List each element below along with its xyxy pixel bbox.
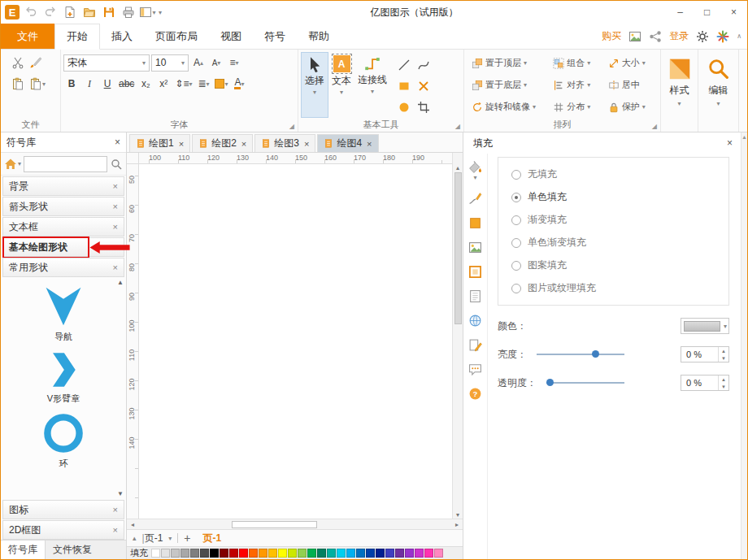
library-section-icons[interactable]: 图标×: [2, 500, 124, 519]
fill-option-none[interactable]: 无填充: [511, 167, 715, 181]
page-list-item[interactable]: |页-1: [142, 532, 163, 545]
drawing-canvas[interactable]: [139, 164, 452, 519]
palette-swatch[interactable]: [356, 549, 365, 558]
menu-tab-page-layout[interactable]: 页面布局: [144, 24, 209, 49]
align-button[interactable]: 对齐▾: [548, 74, 602, 96]
line-tool-button[interactable]: [394, 54, 414, 76]
palette-swatch[interactable]: [200, 549, 209, 558]
palette-swatch[interactable]: [259, 549, 267, 558]
minimize-button[interactable]: –: [667, 1, 694, 24]
shapes-scrollbar[interactable]: ▲ ▼: [115, 279, 125, 497]
scroll-up-icon[interactable]: ▲: [117, 279, 124, 286]
library-section-common-shapes[interactable]: 常用形状×: [2, 258, 124, 277]
scroll-left-icon[interactable]: ◂: [127, 521, 138, 528]
palette-swatch[interactable]: [405, 549, 414, 558]
maximize-button[interactable]: □: [694, 1, 720, 24]
spin-up-icon[interactable]: ▲: [719, 376, 728, 383]
library-section-basic-drawing-shapes[interactable]: 基本绘图形状×: [2, 237, 124, 257]
grow-font-icon[interactable]: A▴: [190, 54, 207, 72]
menu-tab-file[interactable]: 文件: [1, 24, 54, 49]
active-page-tab[interactable]: 页-1: [197, 532, 228, 545]
doc-tab-drawing2[interactable]: 绘图2×: [192, 134, 253, 152]
shape-item-chevron[interactable]: V形臂章: [42, 349, 85, 405]
palette-swatch[interactable]: [317, 549, 326, 558]
font-size-select[interactable]: 10▾: [151, 54, 189, 72]
close-icon[interactable]: ×: [113, 202, 118, 211]
pages-collapse-icon[interactable]: ▴: [133, 534, 137, 542]
collapse-ribbon-icon[interactable]: ∧: [737, 33, 741, 40]
palette-swatch[interactable]: [366, 549, 375, 558]
menu-tab-insert[interactable]: 插入: [100, 24, 144, 49]
distribute-button[interactable]: 分布▾: [548, 96, 602, 118]
close-icon[interactable]: ×: [367, 139, 372, 149]
library-section-text-box[interactable]: 文本框×: [2, 217, 124, 237]
fill-option-solid[interactable]: 单色填充: [511, 190, 715, 204]
palette-swatch[interactable]: [171, 549, 180, 558]
color-dropdown[interactable]: ▾: [681, 318, 729, 334]
palette-swatch[interactable]: [415, 549, 424, 558]
format-painter-icon[interactable]: [28, 54, 44, 72]
copy-icon[interactable]: ▾: [28, 75, 47, 93]
doc-tab-drawing3[interactable]: 绘图3×: [254, 134, 315, 152]
frame-icon[interactable]: [468, 265, 482, 279]
spin-down-icon[interactable]: ▼: [719, 354, 728, 362]
close-icon[interactable]: ×: [241, 139, 246, 149]
media-icon[interactable]: [628, 30, 641, 43]
close-icon[interactable]: ×: [113, 525, 118, 535]
close-icon[interactable]: ×: [113, 181, 118, 191]
fill-option-gradient[interactable]: 渐变填充: [511, 213, 715, 227]
select-tool-button[interactable]: 选择 ▾: [301, 52, 328, 118]
caret-down-icon[interactable]: ▾: [168, 535, 172, 542]
slider-knob[interactable]: [546, 379, 554, 386]
slider-knob[interactable]: [592, 350, 599, 358]
palette-swatch[interactable]: [180, 549, 189, 558]
palette-swatch[interactable]: [424, 549, 433, 558]
menu-tab-home[interactable]: 开始: [54, 24, 100, 50]
print-icon[interactable]: [120, 4, 137, 21]
text-tool-button[interactable]: A 文本 ▾: [328, 52, 354, 118]
palette-swatch[interactable]: [395, 549, 404, 558]
palette-swatch[interactable]: [220, 549, 228, 558]
close-icon[interactable]: ×: [179, 139, 184, 149]
buy-link[interactable]: 购买: [602, 29, 621, 43]
rotate-mirror-button[interactable]: 旋转和镜像▾: [467, 96, 548, 118]
close-icon[interactable]: ×: [113, 222, 118, 232]
spin-up-icon[interactable]: ▲: [719, 347, 728, 354]
protect-button[interactable]: 保护▾: [603, 96, 658, 118]
shape-item-ring[interactable]: 环: [41, 410, 86, 470]
shrink-font-icon[interactable]: A▾: [208, 54, 224, 72]
library-section-background[interactable]: 背景×: [2, 176, 124, 196]
spin-down-icon[interactable]: ▼: [719, 383, 728, 390]
fill-bucket-icon[interactable]: ▾: [468, 160, 482, 181]
vertical-scrollbar[interactable]: ▴ ▾: [452, 164, 463, 519]
fill-option-pattern[interactable]: 图案填充: [511, 258, 715, 272]
close-icon[interactable]: ×: [113, 505, 118, 514]
palette-swatch[interactable]: [161, 549, 170, 558]
connector-tool-button[interactable]: 连接线 ▾: [354, 52, 390, 118]
palette-swatch[interactable]: [346, 549, 355, 558]
curve-tool-button[interactable]: [414, 54, 433, 76]
palette-swatch[interactable]: [288, 549, 297, 558]
close-icon[interactable]: ×: [113, 263, 118, 272]
underline-button[interactable]: U: [99, 75, 115, 93]
search-icon[interactable]: [110, 158, 123, 171]
scroll-up-icon[interactable]: ▴: [456, 164, 459, 171]
redo-icon[interactable]: [41, 4, 59, 21]
library-section-arrow-shapes[interactable]: 箭头形状×: [2, 197, 124, 216]
scroll-down-icon[interactable]: ▾: [456, 511, 459, 519]
size-button[interactable]: 大小▾: [603, 52, 658, 74]
dialog-launcher-icon[interactable]: ◢: [289, 123, 294, 130]
edit-button[interactable]: 编辑 ▾: [701, 52, 736, 107]
palette-swatch[interactable]: [268, 549, 277, 558]
save-icon[interactable]: [100, 4, 117, 21]
scrollbar-thumb[interactable]: [232, 521, 317, 528]
close-icon[interactable]: ×: [304, 139, 309, 149]
text-highlight-icon[interactable]: ▾: [213, 75, 229, 93]
paste-icon[interactable]: [10, 75, 26, 93]
scroll-up-icon[interactable]: ▲: [741, 134, 747, 140]
palette-swatch[interactable]: [434, 549, 443, 558]
theme-pinwheel-icon[interactable]: [716, 30, 729, 43]
quick-color-icon[interactable]: [468, 216, 482, 230]
style-button[interactable]: 样式 ▾: [663, 52, 695, 107]
scroll-right-icon[interactable]: ▸: [451, 521, 463, 528]
